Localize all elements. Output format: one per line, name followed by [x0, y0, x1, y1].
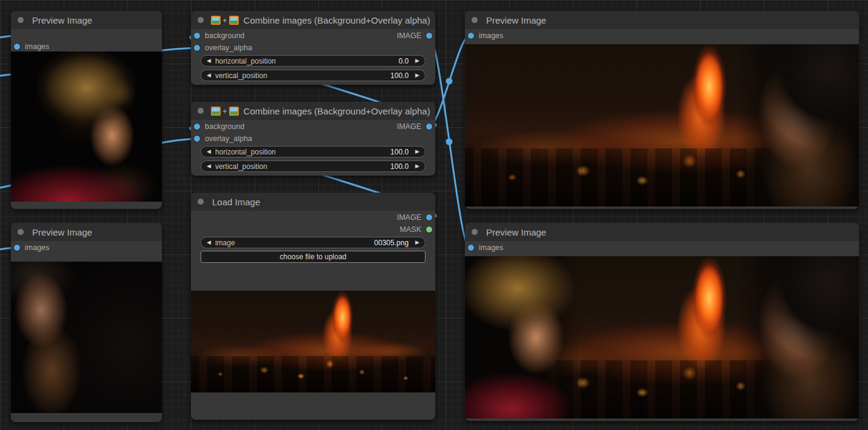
combine-images-node-bottom[interactable]: + Combine images (Background+Overlay alp…	[191, 102, 435, 176]
output-dot-icon[interactable]	[426, 124, 432, 130]
node-title-bar[interactable]: Preview Image	[11, 223, 162, 241]
node-title-bar[interactable]: Preview Image	[465, 223, 859, 241]
collapse-dot-icon[interactable]	[198, 108, 204, 114]
stepper-left-icon[interactable]: ◀	[207, 240, 211, 245]
output-dot-icon[interactable]	[426, 227, 432, 233]
node-title: Preview Image	[486, 15, 546, 25]
widget-value: 100.0	[390, 71, 409, 80]
collapse-dot-icon[interactable]	[18, 17, 24, 23]
input-dot-icon[interactable]	[194, 136, 200, 142]
preview-output-image-bearded-man	[11, 262, 162, 413]
node-title-bar[interactable]: Preview Image	[11, 11, 162, 29]
collapse-dot-icon[interactable]	[18, 229, 24, 235]
output-label: MASK	[400, 225, 421, 234]
stepper-left-icon[interactable]: ◀	[207, 164, 211, 169]
plus-separator: +	[222, 107, 227, 116]
widget-label: vertical_position	[215, 162, 390, 171]
input-dot-icon[interactable]	[194, 45, 200, 51]
stepper-right-icon[interactable]: ▶	[415, 58, 419, 64]
input-port-images[interactable]: images	[468, 242, 503, 254]
output-port-image[interactable]: IMAGE	[397, 121, 432, 133]
node-title: Combine images (Background+Overlay alpha…	[244, 15, 430, 25]
widget-label: image	[215, 239, 374, 247]
widget-label: vertical_position	[215, 71, 390, 80]
widget-vertical-position[interactable]: ◀ vertical_position 100.0 ▶	[201, 160, 426, 172]
output-dot-icon[interactable]	[426, 33, 432, 39]
node-title-bar[interactable]: Preview Image	[465, 11, 859, 29]
preview-output-image-final-composite	[465, 256, 859, 418]
node-title: Preview Image	[486, 227, 546, 237]
stepper-right-icon[interactable]: ▶	[415, 240, 419, 245]
input-port-images[interactable]: images	[14, 41, 49, 53]
image-icon	[229, 107, 239, 116]
node-graph-canvas: { "ui": { "stepper_left": "◀", "stepper_…	[0, 0, 868, 430]
preview-image-node-top-left[interactable]: Preview Image images	[11, 11, 162, 209]
widget-horizontal-position[interactable]: ◀ horizontal_position 0.0 ▶	[201, 55, 426, 67]
input-label: overlay_alpha	[205, 44, 252, 52]
collapse-dot-icon[interactable]	[472, 229, 478, 235]
choose-file-button[interactable]: choose file to upload	[201, 251, 426, 263]
bearded-man-overlay	[737, 256, 860, 418]
wire-midpoint-dot	[446, 78, 453, 85]
input-dot-icon[interactable]	[468, 33, 474, 39]
widget-value: 00305.png	[374, 239, 409, 247]
collapse-dot-icon[interactable]	[198, 199, 204, 205]
widget-image-filename[interactable]: ◀ image 00305.png ▶	[201, 237, 426, 248]
output-port-image[interactable]: IMAGE	[397, 30, 432, 42]
input-dot-icon[interactable]	[14, 245, 20, 251]
widget-label: horizontal_position	[215, 148, 390, 156]
node-title: Preview Image	[32, 227, 92, 237]
preview-output-image-city-with-bearded-man	[465, 44, 859, 207]
bearded-man-overlay	[737, 44, 860, 207]
stepper-right-icon[interactable]: ▶	[415, 164, 419, 169]
widget-vertical-position[interactable]: ◀ vertical_position 100.0 ▶	[201, 70, 426, 81]
stepper-left-icon[interactable]: ◀	[207, 58, 211, 64]
preview-image-node-bottom-left[interactable]: Preview Image images	[11, 223, 162, 422]
widget-horizontal-position[interactable]: ◀ horizontal_position 100.0 ▶	[201, 146, 426, 157]
preview-image-node-bottom-right[interactable]: Preview Image images	[465, 223, 859, 421]
collapse-dot-icon[interactable]	[198, 17, 204, 23]
node-title-bar[interactable]: + Combine images (Background+Overlay alp…	[191, 11, 435, 29]
node-title-bar[interactable]: + Combine images (Background+Overlay alp…	[191, 102, 435, 120]
widget-value: 100.0	[390, 162, 409, 171]
output-label: IMAGE	[397, 122, 421, 131]
node-title: Preview Image	[32, 15, 92, 25]
input-dot-icon[interactable]	[468, 245, 474, 251]
image-icon	[229, 16, 239, 25]
input-dot-icon[interactable]	[194, 124, 200, 130]
output-port-mask[interactable]: MASK	[400, 223, 432, 236]
stepper-right-icon[interactable]: ▶	[415, 73, 419, 78]
stepper-right-icon[interactable]: ▶	[415, 149, 419, 154]
input-port-overlay-alpha[interactable]: overlay_alpha	[194, 42, 252, 54]
input-port-background[interactable]: background	[194, 30, 244, 42]
combine-images-node-top[interactable]: + Combine images (Background+Overlay alp…	[191, 11, 435, 85]
output-dot-icon[interactable]	[426, 214, 432, 220]
collapse-dot-icon[interactable]	[472, 17, 478, 23]
load-image-node[interactable]: Load Image IMAGE MASK ◀ image 00305.png …	[191, 193, 435, 420]
input-label: background	[205, 122, 244, 131]
input-port-images[interactable]: images	[468, 30, 503, 42]
output-port-image[interactable]: IMAGE	[397, 211, 432, 223]
node-title: Combine images (Background+Overlay alpha…	[244, 106, 430, 116]
input-port-images[interactable]: images	[14, 242, 49, 254]
input-dot-icon[interactable]	[194, 33, 200, 39]
image-icon	[211, 107, 221, 116]
input-label: images	[479, 31, 503, 40]
wire-midpoint-dot	[446, 139, 453, 145]
preview-image-node-top-right[interactable]: Preview Image images	[465, 11, 859, 209]
widget-value: 0.0	[398, 57, 409, 65]
widget-value: 100.0	[390, 148, 409, 156]
preview-output-image-soldier	[11, 51, 162, 202]
image-icon	[211, 16, 221, 25]
node-title: Load Image	[212, 197, 260, 207]
input-label: images	[25, 243, 49, 252]
stepper-left-icon[interactable]: ◀	[207, 73, 211, 78]
input-port-background[interactable]: background	[194, 121, 244, 133]
stepper-left-icon[interactable]: ◀	[207, 149, 211, 154]
input-label: overlay_alpha	[205, 134, 252, 143]
input-dot-icon[interactable]	[14, 44, 20, 50]
input-port-overlay-alpha[interactable]: overlay_alpha	[194, 133, 252, 145]
input-label: background	[205, 31, 244, 40]
node-title-bar[interactable]: Load Image	[191, 193, 435, 211]
plus-separator: +	[222, 16, 227, 25]
